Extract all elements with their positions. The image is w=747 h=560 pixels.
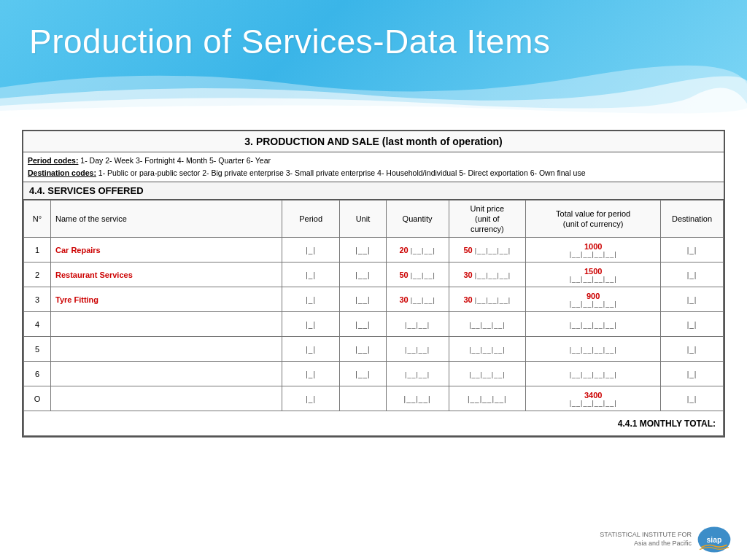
services-table: N° Name of the service Period Unit Quant… <box>23 200 724 437</box>
production-table-wrapper: 3. PRODUCTION AND SALE (last month of op… <box>22 130 725 438</box>
row-unit-price: 30 |__|__|__| <box>449 287 526 312</box>
row-n: 2 <box>24 262 51 287</box>
o-row-period: |_| <box>282 386 340 411</box>
section-title: 3. PRODUCTION AND SALE (last month of op… <box>23 131 724 152</box>
row-name <box>50 312 282 337</box>
table-row: 3 Tyre Fitting |_| |__| 30 |__|__| 30 |_… <box>24 287 724 312</box>
row-unit-price: |__|__|__| <box>449 337 526 362</box>
row-destination: |_| <box>661 287 724 312</box>
row-quantity: 50 |__|__| <box>386 262 449 287</box>
row-destination: |_| <box>661 238 724 262</box>
page-title: Production of Services-Data Items <box>29 22 550 61</box>
row-total-value: |__|__|__|__| <box>526 312 661 337</box>
row-total-value: |__|__|__|__| <box>526 337 661 362</box>
destination-codes-values: 1- Public or para-public sector 2- Big p… <box>98 168 586 177</box>
o-row-unit-price: |__|__|__| <box>449 386 526 411</box>
row-period: |_| <box>282 362 340 386</box>
col-header-total-value: Total value for period(unit of currency) <box>526 200 661 238</box>
row-total-value: |__|__|__|__| <box>526 362 661 386</box>
col-header-destination: Destination <box>661 200 724 238</box>
row-unit: |__| <box>340 337 386 362</box>
o-row-dest: |_| <box>661 386 724 411</box>
destination-codes-label: Destination codes: <box>28 168 96 177</box>
table-row: 1 Car Repairs |_| |__| 20 |__|__| 50 |__… <box>24 238 724 262</box>
row-period: |_| <box>282 262 340 287</box>
siap-logo: siap <box>696 525 732 554</box>
col-header-name: Name of the service <box>50 200 282 238</box>
o-row-unit <box>340 386 386 411</box>
row-quantity: |__|__| <box>386 337 449 362</box>
table-row: 2 Restaurant Services |_| |__| 50 |__|__… <box>24 262 724 287</box>
o-row-total-value: 3400 |__|__|__|__| <box>526 386 661 411</box>
period-codes-values: 1- Day 2- Week 3- Fortnight 4- Month 5- … <box>80 156 271 165</box>
o-row-n: O <box>24 386 51 411</box>
row-quantity: 20 |__|__| <box>386 238 449 262</box>
row-period: |_| <box>282 238 340 262</box>
row-name <box>50 337 282 362</box>
col-header-unit-price: Unit price(unit ofcurrency) <box>449 200 526 238</box>
row-period: |_| <box>282 287 340 312</box>
row-period: |_| <box>282 312 340 337</box>
o-row-quantity: |__|__| <box>386 386 449 411</box>
row-n: 5 <box>24 337 51 362</box>
row-n: 1 <box>24 238 51 262</box>
row-unit-price: |__|__|__| <box>449 312 526 337</box>
row-name <box>50 362 282 386</box>
services-header: 4.4. SERVICES OFFERED <box>23 182 724 200</box>
row-unit-price: 30 |__|__|__| <box>449 262 526 287</box>
row-name: Restaurant Services <box>50 262 282 287</box>
row-name: Tyre Fitting <box>50 287 282 312</box>
row-destination: |_| <box>661 262 724 287</box>
row-unit: |__| <box>340 262 386 287</box>
row-total-value: 900|__|__|__|__| <box>526 287 661 312</box>
logo-text: STATISTICAL INSTITUTE FOR Asia and the P… <box>600 531 692 548</box>
table-row: 6 |_| |__| |__|__| |__|__|__| |__|__|__|… <box>24 362 724 386</box>
table-row: 5 |_| |__| |__|__| |__|__|__| |__|__|__|… <box>24 337 724 362</box>
o-row: O |_| |__|__| |__|__|__| 3400 |__|__|__|… <box>24 386 724 411</box>
row-unit: |__| <box>340 238 386 262</box>
row-quantity: |__|__| <box>386 362 449 386</box>
codes-row: Period codes: 1- Day 2- Week 3- Fortnigh… <box>23 152 724 182</box>
wave-decoration <box>0 58 747 117</box>
row-name: Car Repairs <box>50 238 282 262</box>
col-header-n: N° <box>24 200 51 238</box>
monthly-total-row: 4.4.1 MONTHLY TOTAL: <box>24 411 724 436</box>
row-destination: |_| <box>661 337 724 362</box>
footer: STATISTICAL INSTITUTE FOR Asia and the P… <box>600 525 732 554</box>
col-header-period: Period <box>282 200 340 238</box>
row-quantity: |__|__| <box>386 312 449 337</box>
col-header-quantity: Quantity <box>386 200 449 238</box>
row-total-value: 1500|__|__|__|__| <box>526 262 661 287</box>
row-period: |_| <box>282 337 340 362</box>
row-n: 3 <box>24 287 51 312</box>
row-total-value: 1000|__|__|__|__| <box>526 238 661 262</box>
period-codes-label: Period codes: <box>28 156 78 165</box>
row-quantity: 30 |__|__| <box>386 287 449 312</box>
main-content: 3. PRODUCTION AND SALE (last month of op… <box>0 117 747 445</box>
row-unit-price: 50 |__|__|__| <box>449 238 526 262</box>
row-unit: |__| <box>340 312 386 337</box>
col-header-unit: Unit <box>340 200 386 238</box>
svg-text:siap: siap <box>707 536 722 544</box>
monthly-total-cell: 4.4.1 MONTHLY TOTAL: <box>24 411 724 436</box>
row-n: 6 <box>24 362 51 386</box>
page-header: Production of Services-Data Items <box>0 0 747 117</box>
row-unit: |__| <box>340 362 386 386</box>
table-row: 4 |_| |__| |__|__| |__|__|__| |__|__|__|… <box>24 312 724 337</box>
row-destination: |_| <box>661 312 724 337</box>
row-destination: |_| <box>661 362 724 386</box>
o-row-name <box>50 386 282 411</box>
row-unit-price: |__|__|__| <box>449 362 526 386</box>
row-unit: |__| <box>340 287 386 312</box>
row-n: 4 <box>24 312 51 337</box>
